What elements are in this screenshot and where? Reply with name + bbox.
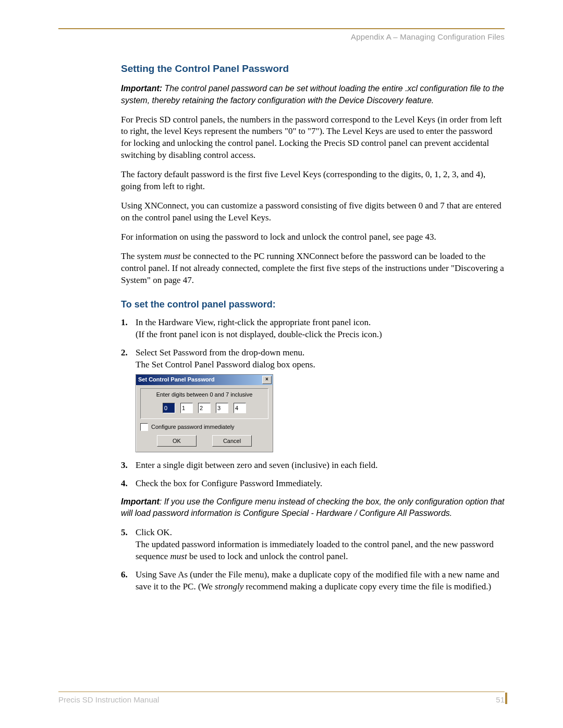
step-item: Select Set Password from the drop-down m…	[121, 347, 505, 452]
step-item: Enter a single digit between zero and se…	[121, 460, 505, 472]
footer-accent	[505, 693, 507, 704]
paragraph: For Precis SD control panels, the number…	[121, 114, 505, 162]
dialog-titlebar: Set Control Panel Password ×	[136, 375, 273, 385]
important-note-2: Important: If you use the Configure menu…	[121, 496, 505, 520]
groupbox-label: Enter digits between 0 and 7 inclusive	[154, 391, 255, 399]
paragraph: The system must be connected to the PC r…	[121, 251, 505, 287]
close-icon[interactable]: ×	[262, 376, 272, 384]
ok-button[interactable]: OK	[157, 435, 197, 447]
checkbox[interactable]	[140, 423, 148, 431]
digit-input[interactable]: 3	[216, 403, 228, 413]
important-label: Important	[121, 497, 160, 506]
emphasis: must	[164, 251, 180, 261]
digit-input[interactable]: 1	[180, 403, 193, 413]
dialog-body: Enter digits between 0 and 7 inclusive 0…	[136, 385, 273, 452]
content-area: Setting the Control Panel Password Impor…	[121, 62, 505, 593]
subsection-heading: To set the control panel password:	[121, 298, 505, 311]
digit-input[interactable]: 2	[198, 403, 211, 413]
important-text: The control panel password can be set wi…	[121, 84, 504, 105]
step-text: Click OK.	[136, 527, 172, 537]
step-text: The Set Control Panel Password dialog bo…	[136, 360, 315, 369]
steps-list: In the Hardware View, right-click the ap…	[121, 317, 505, 489]
page-number: 51	[496, 695, 505, 704]
step-text: Select Set Password from the drop-down m…	[136, 348, 304, 357]
dialog-set-password: Set Control Panel Password × Enter digit…	[136, 374, 273, 452]
step-item: Click OK. The updated password informati…	[121, 527, 505, 563]
header-rule	[58, 28, 505, 29]
checkbox-row: Configure password immediately	[140, 423, 268, 431]
step-item: In the Hardware View, right-click the ap…	[121, 317, 505, 341]
dialog-groupbox: Enter digits between 0 and 7 inclusive 0…	[140, 388, 268, 419]
cancel-button[interactable]: Cancel	[212, 435, 252, 447]
step-text: In the Hardware View, right-click the ap…	[136, 317, 371, 327]
dialog-button-row: OK Cancel	[140, 435, 268, 447]
important-label: Important:	[121, 84, 162, 93]
paragraph: Using XNConnect, you can customize a pas…	[121, 200, 505, 224]
digit-input[interactable]: 0	[163, 403, 175, 413]
paragraph: The factory default password is the firs…	[121, 169, 505, 193]
checkbox-label: Configure password immediately	[151, 423, 235, 431]
step-item: Check the box for Configure Password Imm…	[121, 478, 505, 490]
text-run: The system	[121, 251, 164, 261]
important-note-1: Important: The control panel password ca…	[121, 83, 505, 107]
steps-list-cont: Click OK. The updated password informati…	[121, 527, 505, 593]
emphasis: strongly	[215, 582, 243, 591]
emphasis: must	[170, 551, 187, 561]
page-footer: Precis SD Instruction Manual 51	[58, 692, 505, 704]
digit-input[interactable]: 4	[234, 403, 246, 413]
running-head: Appendix A – Managing Configuration File…	[58, 32, 505, 41]
step-text: Enter a single digit between zero and se…	[136, 460, 378, 470]
page: Appendix A – Managing Configuration File…	[0, 0, 563, 728]
footer-left: Precis SD Instruction Manual	[58, 695, 159, 704]
step-text: be used to lock and unlock the control p…	[187, 551, 348, 561]
dialog-title: Set Control Panel Password	[138, 376, 215, 384]
section-heading: Setting the Control Panel Password	[121, 62, 505, 76]
important-text: : If you use the Configure menu instead …	[121, 497, 505, 518]
step-text: recommend making a duplicate copy every …	[243, 582, 491, 591]
step-item: Using Save As (under the File menu), mak…	[121, 569, 505, 593]
digit-row: 0 1 2 3 4	[141, 403, 268, 413]
step-text: Check the box for Configure Password Imm…	[136, 478, 322, 488]
step-text: (If the front panel icon is not displaye…	[136, 329, 382, 339]
paragraph: For information on using the password to…	[121, 231, 505, 243]
